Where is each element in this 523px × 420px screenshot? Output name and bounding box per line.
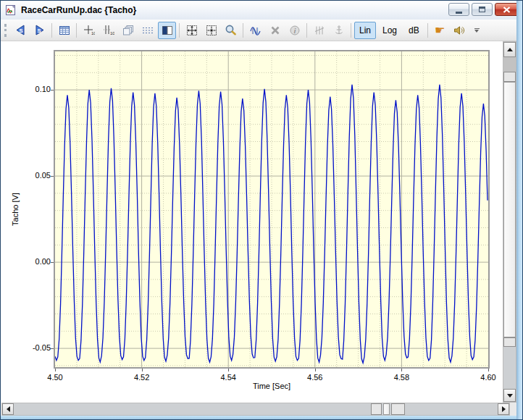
svg-text:S: S (19, 28, 22, 34)
overflow-bar (474, 28, 480, 29)
y-axis-title: Tacho [V] (11, 173, 21, 245)
window-controls (448, 3, 519, 16)
y-tick-label: 0.05 (19, 171, 51, 180)
window-title: RaceCarRunUp.dac {Tacho} (21, 5, 136, 15)
info-button[interactable]: i (285, 22, 304, 39)
restore-button[interactable] (472, 3, 493, 16)
scale-log-button[interactable]: Log (377, 22, 402, 39)
minimize-button[interactable] (448, 3, 469, 16)
zoom-magnify-button[interactable] (222, 22, 240, 39)
cascade-windows-icon (122, 25, 134, 36)
vscroll-zoom-handle-top[interactable] (503, 72, 516, 82)
zoom-box-button[interactable] (202, 22, 220, 39)
step-forward-button[interactable]: S (30, 22, 49, 39)
arrow-down-icon (507, 394, 513, 398)
vlines-10-icon: 10 (103, 25, 114, 36)
step-back-icon: S (14, 24, 27, 36)
split-display-button[interactable] (158, 22, 176, 39)
y-tick-label: -0.05 (19, 343, 51, 352)
y-tick-label: 0.00 (19, 257, 51, 266)
hscroll-zoom-handle-right[interactable] (391, 403, 405, 415)
scale-lin-button[interactable]: Lin (354, 22, 376, 39)
svg-text:10: 10 (110, 31, 114, 35)
marker-tool-button[interactable] (310, 22, 328, 39)
x-tick-label: 4.52 (126, 373, 158, 382)
remove-trace-button[interactable] (266, 22, 284, 39)
delete-x-icon (269, 25, 281, 36)
toolbar-grip[interactable] (4, 24, 7, 37)
minimize-icon (456, 12, 462, 14)
vscroll-zoom-handle-bottom[interactable] (503, 337, 516, 347)
zoom-full-extent-button[interactable] (183, 22, 201, 39)
toolbar-separator (179, 23, 180, 38)
x-tick-label: 4.60 (472, 373, 503, 382)
y-tick-mark (51, 176, 54, 177)
step-back-button[interactable]: S (11, 22, 29, 39)
restore-icon (479, 7, 485, 12)
toolbar-separator (306, 23, 307, 38)
info-circle-icon: i (289, 25, 301, 36)
zoom-extents-icon (186, 25, 198, 36)
document-waveform-icon (5, 4, 17, 16)
x-tick-mark (401, 369, 402, 371)
zoom-window-icon (206, 25, 217, 36)
marker-icon (314, 25, 325, 36)
x-cursor-10-button[interactable]: 10 (80, 22, 98, 39)
data-grid-button[interactable] (55, 22, 73, 39)
x-tick-mark (315, 369, 316, 371)
x-tick-label: 4.54 (212, 373, 244, 382)
wave-n-icon: N (249, 25, 262, 36)
anchor-tool-button[interactable] (330, 22, 348, 39)
vscroll-thumb[interactable] (503, 82, 516, 337)
y-cursor-10-button[interactable]: 10 (99, 22, 117, 39)
dotted-display-button[interactable] (138, 22, 156, 39)
annotate-hand-button[interactable]: ☛ (431, 22, 449, 39)
toolbar-options-button[interactable] (474, 28, 480, 33)
toolbar: SS1010NiLinLogdB☛ (1, 20, 522, 41)
toolbar-separator (76, 23, 77, 38)
x-tick-mark (55, 369, 56, 371)
vscroll-track-upper[interactable] (503, 57, 516, 72)
scroll-right-button[interactable] (498, 403, 509, 415)
window-frame-bottom (1, 416, 516, 420)
y-tick-mark (51, 348, 54, 349)
anchor-icon (333, 25, 345, 36)
scroll-up-button[interactable] (503, 42, 516, 57)
x-axis-title: Time [Sec] (55, 382, 488, 390)
waveform-canvas[interactable] (55, 51, 488, 367)
speaker-icon (453, 25, 466, 36)
svg-text:10: 10 (91, 31, 95, 35)
app-window: RaceCarRunUp.dac {Tacho} SS1010NiLinLogd… (0, 0, 523, 420)
scroll-left-button[interactable] (2, 403, 14, 415)
y-tick-label: 0.10 (19, 85, 51, 93)
titlebar[interactable]: RaceCarRunUp.dac {Tacho} (1, 1, 522, 20)
scroll-down-button[interactable] (503, 389, 516, 402)
x-tick-mark (228, 369, 229, 371)
overlay-trace-button[interactable]: N (246, 22, 264, 39)
window-frame-right (516, 1, 523, 419)
hscroll-thumb[interactable] (383, 403, 390, 415)
y-tick-mark (51, 90, 54, 91)
dotted-trace-icon (142, 25, 154, 36)
cascade-view-button[interactable] (119, 22, 137, 39)
toolbar-separator (51, 23, 52, 38)
vertical-scrollbar[interactable] (503, 41, 516, 403)
arrow-up-icon (507, 48, 513, 51)
toolbar-separator (427, 23, 428, 38)
magnifier-icon (225, 24, 237, 36)
pointing-hand-icon: ☛ (435, 25, 445, 36)
toolbar-separator (243, 23, 243, 38)
chevron-down-icon (474, 30, 479, 33)
hscroll-zoom-handle-left[interactable] (371, 403, 382, 415)
x-tick-label: 4.50 (39, 373, 71, 382)
plot-panel: Time [Sec] Tacho [V] 0.100.050.00-0.054.… (1, 41, 503, 403)
crosshair-10-icon: 10 (83, 25, 95, 36)
horizontal-scrollbar[interactable] (1, 403, 510, 416)
audio-replay-button[interactable] (451, 22, 469, 39)
scale-db-button[interactable]: dB (403, 22, 424, 39)
x-tick-label: 4.58 (385, 373, 417, 382)
x-tick-mark (142, 369, 143, 371)
split-view-icon (162, 25, 173, 36)
x-tick-label: 4.56 (299, 373, 331, 382)
close-button[interactable] (495, 3, 519, 16)
